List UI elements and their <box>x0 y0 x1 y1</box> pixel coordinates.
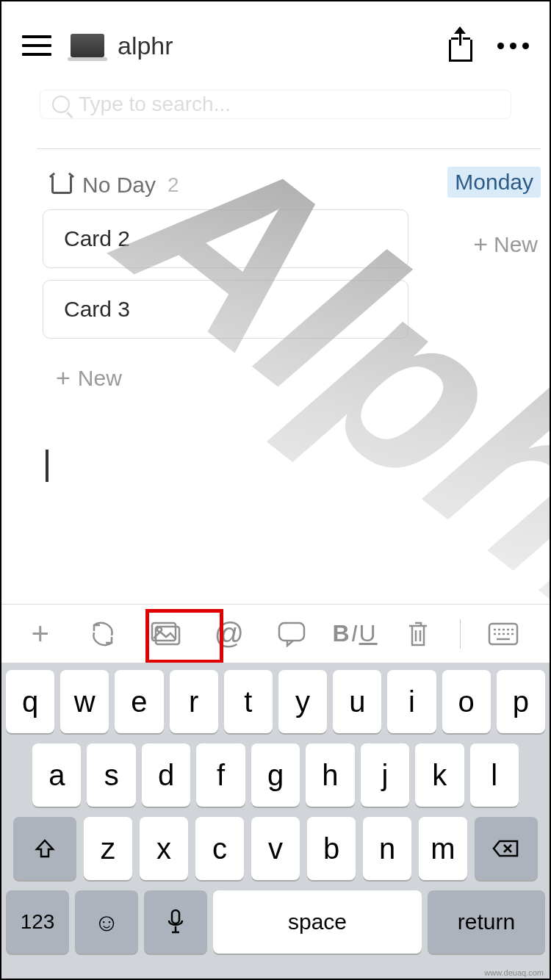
key-e[interactable]: e <box>115 670 163 733</box>
inbox-icon <box>51 176 72 194</box>
keyboard-row-2: a s d f g h j k l <box>6 743 545 807</box>
keyboard-icon[interactable] <box>483 613 524 655</box>
add-button[interactable]: + <box>20 613 61 655</box>
sync-icon[interactable] <box>82 613 123 655</box>
key-d[interactable]: d <box>142 743 190 807</box>
new-column-button[interactable]: + New <box>473 230 538 259</box>
shift-key[interactable] <box>13 817 76 880</box>
new-card-button[interactable]: + New <box>10 350 541 392</box>
text-cursor <box>46 450 48 482</box>
keyboard-row-4: 123 ☺ space return <box>6 890 545 954</box>
key-s[interactable]: s <box>87 743 135 807</box>
key-m[interactable]: m <box>419 817 467 880</box>
key-f[interactable]: f <box>196 743 245 807</box>
backspace-key[interactable] <box>475 817 538 880</box>
space-key[interactable]: space <box>213 890 422 954</box>
key-j[interactable]: j <box>361 743 409 807</box>
trash-icon[interactable] <box>397 613 439 655</box>
search-placeholder: Type to search... <box>79 93 231 116</box>
plus-icon: + <box>56 364 71 392</box>
section-count: 2 <box>168 173 179 197</box>
search-icon <box>52 96 70 113</box>
ios-keyboard: q w e r t y u i o p a s d f g h j k l z … <box>1 663 550 979</box>
key-l[interactable]: l <box>470 743 519 807</box>
more-icon[interactable] <box>497 43 529 49</box>
key-b[interactable]: b <box>307 817 356 880</box>
key-q[interactable]: q <box>6 670 54 733</box>
key-i[interactable]: i <box>387 670 436 733</box>
editor-toolbar: + @ BIU <box>1 604 550 663</box>
key-y[interactable]: y <box>278 670 327 733</box>
share-icon[interactable] <box>447 29 474 62</box>
emoji-key[interactable]: ☺ <box>75 890 138 954</box>
menu-icon[interactable] <box>22 35 51 56</box>
search-input[interactable]: Type to search... <box>40 90 511 119</box>
numbers-key[interactable]: 123 <box>6 890 69 954</box>
key-r[interactable]: r <box>170 670 218 733</box>
return-key[interactable]: return <box>428 890 545 954</box>
keyboard-row-3: z x c v b n m <box>6 817 545 880</box>
dictate-key[interactable] <box>144 890 207 954</box>
key-c[interactable]: c <box>195 817 244 880</box>
key-u[interactable]: u <box>333 670 381 733</box>
key-t[interactable]: t <box>224 670 273 733</box>
attribution: www.deuaq.com <box>484 968 544 977</box>
key-v[interactable]: v <box>251 817 300 880</box>
plus-icon: + <box>473 230 488 259</box>
top-bar: alphr <box>1 1 550 90</box>
day-badge[interactable]: Monday <box>447 167 541 198</box>
keyboard-row-1: q w e r t y u i o p <box>6 670 545 733</box>
section-label: No Day <box>82 173 156 198</box>
key-o[interactable]: o <box>442 670 491 733</box>
format-button[interactable]: BIU <box>334 613 375 655</box>
card-item[interactable]: Card 3 <box>43 280 408 339</box>
page-title: alphr <box>118 32 447 60</box>
card-item[interactable]: Card 2 <box>43 209 408 268</box>
key-p[interactable]: p <box>497 670 545 733</box>
highlight-box <box>145 609 223 663</box>
key-a[interactable]: a <box>32 743 81 807</box>
key-k[interactable]: k <box>415 743 464 807</box>
comment-icon[interactable] <box>271 613 312 655</box>
svg-rect-4 <box>279 623 304 641</box>
key-g[interactable]: g <box>251 743 300 807</box>
key-h[interactable]: h <box>306 743 354 807</box>
section-header: No Day 2 Monday + New <box>10 149 541 209</box>
key-x[interactable]: x <box>140 817 188 880</box>
separator <box>460 619 461 649</box>
key-n[interactable]: n <box>363 817 411 880</box>
laptop-icon <box>71 34 104 57</box>
svg-rect-6 <box>172 910 179 923</box>
key-w[interactable]: w <box>60 670 109 733</box>
key-z[interactable]: z <box>84 817 132 880</box>
